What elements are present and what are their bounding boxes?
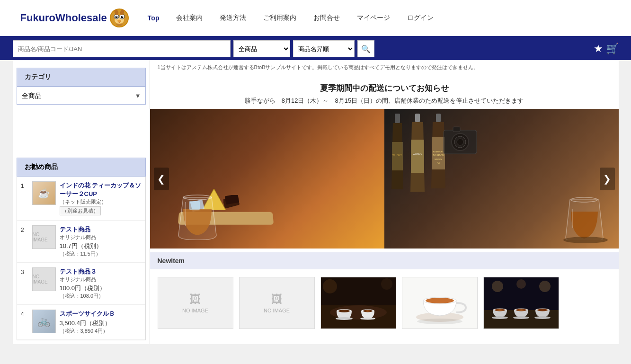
list-item[interactable] <box>483 277 559 329</box>
nav-item-contact[interactable]: お問合せ <box>305 0 348 37</box>
product-name-link[interactable]: インドの花 ティーカップ＆ソーサー２CUP <box>60 182 142 197</box>
carousel: WHISKY WHISKY <box>150 109 619 249</box>
svg-rect-23 <box>411 140 424 173</box>
new-item-label: NewItem <box>158 257 185 265</box>
mascot-icon <box>109 8 130 28</box>
search-button[interactable]: 🔍 <box>357 40 374 57</box>
no-image-text: NO IMAGE <box>182 308 208 313</box>
svg-point-42 <box>336 317 353 320</box>
svg-point-67 <box>518 310 524 311</box>
recommended-header: お勧め商品 <box>17 158 146 177</box>
main-content: カテゴリ 全商品食品飲料日用品 ▼ お勧め商品 1 ☕ インドの花 ティーカップ… <box>13 60 619 344</box>
product-number: 3 <box>21 267 28 275</box>
camera-icon <box>441 123 479 158</box>
no-image-icon: NO IMAGE <box>33 232 55 242</box>
category-header: カテゴリ <box>17 68 146 87</box>
nav-item-company[interactable]: 会社案内 <box>168 0 211 37</box>
svg-point-57 <box>516 279 526 289</box>
announcement-section: 夏季期間中の配送についてお知らせ 勝手ながら 8月12日（木）～ 8月15日（日… <box>150 75 619 109</box>
notice-bar: 1当サイトはアステム株式会社が運営するBtoBサンプルサイトです。掲載している商… <box>150 60 619 75</box>
no-image-icon: NO IMAGE <box>33 274 55 284</box>
favorites-icon[interactable]: ★ <box>594 43 603 55</box>
svg-point-43 <box>338 310 350 312</box>
product-price-tax: （税込：3,850.4円） <box>60 328 142 335</box>
table-row: 2 NO IMAGE テスト商品 オリジナル商品 10.7円（税別） （税込：1… <box>17 221 145 263</box>
nav-item-guide[interactable]: ご利用案内 <box>255 0 305 37</box>
category-dropdown[interactable]: 全商品食品飲料日用品 <box>17 87 146 105</box>
bottles-group: WHISKY WHISKY <box>389 114 447 192</box>
carousel-prev-button[interactable]: ❮ <box>154 168 169 190</box>
new-item-header: NewItem <box>150 252 619 269</box>
svg-point-48 <box>323 279 337 293</box>
list-item[interactable]: 🖼 NO IMAGE <box>239 277 315 329</box>
content-area: 1当サイトはアステム株式会社が運営するBtoBサンプルサイトです。掲載している商… <box>150 60 619 344</box>
logo[interactable]: FukuroWholesale <box>20 8 130 28</box>
svg-point-47 <box>365 311 371 312</box>
svg-point-69 <box>534 316 551 319</box>
cart-icon[interactable]: 🛒 <box>606 43 619 55</box>
product-name-link[interactable]: テスト商品 <box>60 226 90 233</box>
product-info: インドの花 ティーカップ＆ソーサー２CUP （ネット販売限定） （別途お見積） <box>60 181 142 215</box>
svg-text:WHISKY: WHISKY <box>413 153 422 156</box>
whisky-glass-right <box>564 193 604 241</box>
product-name-link[interactable]: スポーツサイクルＢ <box>60 310 115 317</box>
nav-item-top[interactable]: Top <box>139 0 168 37</box>
teacup-icon: ☕ <box>38 187 50 199</box>
svg-text:WHISKY: WHISKY <box>392 154 402 157</box>
new-item-grid: 🖼 NO IMAGE 🖼 NO IMAGE <box>150 269 619 340</box>
product-price: 10.7円（税別） <box>60 242 142 250</box>
coaster <box>563 237 608 245</box>
svg-point-37 <box>563 237 608 243</box>
no-image-icon: 🖼 <box>271 293 283 306</box>
list-item[interactable] <box>402 277 478 329</box>
svg-rect-25 <box>436 114 441 122</box>
svg-point-54 <box>417 319 462 324</box>
no-image-icon: 🖼 <box>190 293 201 306</box>
header-wrapper: FukuroWholesale <box>0 0 631 37</box>
nav: Top 会社案内 発送方法 ご利用案内 お問合せ マイページ ログイン <box>139 0 611 36</box>
svg-point-9 <box>117 20 121 22</box>
sidebar: カテゴリ 全商品食品飲料日用品 ▼ お勧め商品 1 ☕ インドの花 ティーカップ… <box>13 60 150 344</box>
nav-item-mypage[interactable]: マイページ <box>348 0 399 37</box>
svg-point-56 <box>492 281 503 292</box>
nav-item-login[interactable]: ログイン <box>399 0 442 37</box>
product-price: 100.0円（税別） <box>60 284 142 293</box>
notice-text: 1当サイトはアステム株式会社が運営するBtoBサンプルサイトです。掲載している商… <box>158 64 479 70</box>
bike-icon: 🚲 <box>37 315 50 328</box>
svg-point-61 <box>492 316 508 319</box>
product-sub: オリジナル商品 <box>60 276 142 283</box>
list-item[interactable]: 🖼 NO IMAGE <box>158 277 233 329</box>
svg-text:43: 43 <box>437 161 440 164</box>
chocolate-icon <box>223 195 240 210</box>
search-input[interactable] <box>13 40 231 57</box>
recommended-product-list: 1 ☕ インドの花 ティーカップ＆ソーサー２CUP （ネット販売限定） （別途お… <box>17 177 146 340</box>
search-bar-inner: 全商品食品飲料日用品 商品名昇順商品名降順価格昇順価格降順 🔍 ★ 🛒 <box>13 40 619 57</box>
table-row: 3 NO IMAGE テスト商品３ オリジナル商品 100.0円（税別） （税込… <box>17 263 145 305</box>
table-row: 1 ☕ インドの花 ティーカップ＆ソーサー２CUP （ネット販売限定） （別途お… <box>17 177 145 221</box>
carousel-right-panel: WHISKY WHISKY <box>384 109 619 249</box>
product-sub: オリジナル商品 <box>60 234 142 241</box>
product-info: テスト商品３ オリジナル商品 100.0円（税別） （税込：108.0円） <box>60 267 142 300</box>
svg-rect-35 <box>453 127 460 132</box>
product-number: 1 <box>21 181 28 189</box>
product-sub: （ネット販売限定） <box>60 198 142 205</box>
svg-rect-19 <box>395 114 400 123</box>
product-badge: （別途お見積） <box>60 206 101 215</box>
product-price: 3,500.4円（税別） <box>60 319 142 328</box>
svg-point-49 <box>381 278 392 290</box>
carousel-left-panel <box>150 109 384 249</box>
svg-point-8 <box>122 16 123 17</box>
nav-item-shipping[interactable]: 発送方法 <box>211 0 255 37</box>
sort-select[interactable]: 商品名昇順商品名降順価格昇順価格降順 <box>293 40 355 57</box>
chevron-left-icon: ❮ <box>157 173 165 185</box>
search-bar: 全商品食品飲料日用品 商品名昇順商品名降順価格昇順価格降順 🔍 ★ 🛒 <box>0 37 631 60</box>
svg-point-5 <box>115 16 117 18</box>
carousel-next-button[interactable]: ❯ <box>600 168 615 190</box>
list-item[interactable] <box>320 277 396 329</box>
recommended-spacer <box>13 112 150 150</box>
product-name-link[interactable]: テスト商品３ <box>60 268 97 275</box>
category-select[interactable]: 全商品食品飲料日用品 <box>233 40 290 57</box>
svg-point-7 <box>116 16 117 17</box>
svg-point-6 <box>121 16 123 18</box>
top-header: FukuroWholesale <box>13 0 619 36</box>
